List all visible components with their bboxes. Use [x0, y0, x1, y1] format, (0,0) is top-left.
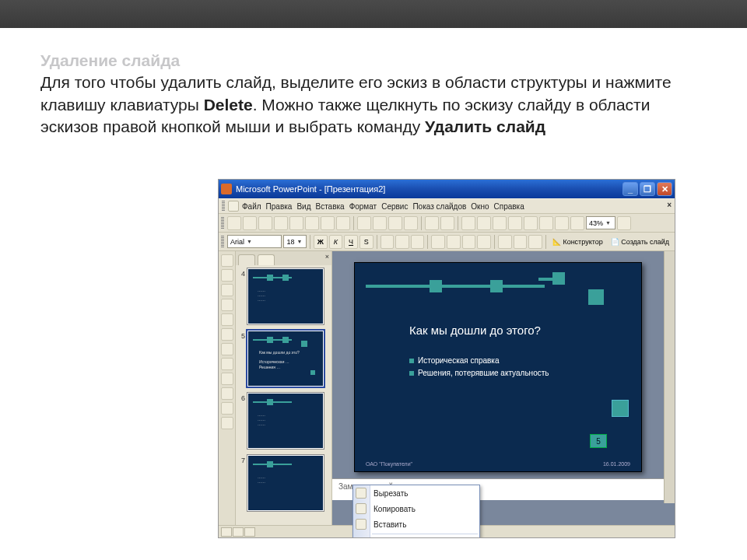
- menu-insert[interactable]: Вставка: [315, 202, 344, 211]
- show-formatting-icon[interactable]: [539, 216, 553, 230]
- new-icon[interactable]: [227, 216, 241, 230]
- design-button[interactable]: 📐 Конструктор: [549, 238, 606, 246]
- zoom-combo[interactable]: 43%▼: [586, 216, 615, 229]
- bold-button[interactable]: Ж: [314, 235, 328, 249]
- slide-bullet[interactable]: Историческая справка: [409, 356, 500, 365]
- tool-icon[interactable]: [221, 284, 233, 296]
- tool-icon[interactable]: [221, 328, 233, 341]
- expand-icon[interactable]: [524, 216, 538, 230]
- help-icon[interactable]: [617, 216, 631, 230]
- open-icon[interactable]: [243, 216, 257, 230]
- ctx-cut[interactable]: Вырезать: [353, 485, 479, 501]
- tool-icon[interactable]: [221, 387, 233, 400]
- bullets-icon[interactable]: [447, 235, 461, 249]
- decor-square: [612, 400, 629, 417]
- save-icon[interactable]: [258, 216, 272, 230]
- tool-icon[interactable]: [221, 358, 233, 370]
- tool-icon[interactable]: [221, 299, 233, 311]
- menu-file[interactable]: Файл: [242, 202, 261, 211]
- menu-slideshow[interactable]: Показ слайдов: [412, 202, 466, 211]
- slide-bullet[interactable]: Решения, потерявшие актуальность: [409, 369, 549, 377]
- underline-button[interactable]: Ч: [344, 235, 358, 249]
- table-icon[interactable]: [477, 216, 491, 230]
- grip-icon[interactable]: [222, 201, 225, 212]
- slide-thumbnail[interactable]: ………………: [247, 268, 324, 324]
- font-color-icon[interactable]: [528, 235, 542, 249]
- outline-tab[interactable]: [238, 254, 255, 265]
- tool-icon[interactable]: [221, 373, 233, 385]
- thumb-row[interactable]: 6 ………………: [237, 393, 330, 449]
- preview-icon[interactable]: [305, 216, 319, 230]
- italic-button[interactable]: К: [329, 235, 343, 249]
- numbering-icon[interactable]: [431, 235, 445, 249]
- ctx-copy[interactable]: Копировать: [353, 501, 479, 516]
- font-combo[interactable]: Arial▼: [227, 235, 282, 248]
- menu-help[interactable]: Справка: [494, 202, 524, 211]
- close-button[interactable]: ✕: [657, 182, 672, 196]
- spell-icon[interactable]: [321, 216, 335, 230]
- tool-icon[interactable]: [221, 313, 233, 326]
- align-left-icon[interactable]: [381, 235, 395, 249]
- redo-icon[interactable]: [440, 216, 454, 230]
- cut-icon[interactable]: [357, 216, 371, 230]
- decrease-indent-icon[interactable]: [498, 235, 512, 249]
- shadow-button[interactable]: S: [359, 235, 374, 249]
- minimize-button[interactable]: _: [622, 182, 638, 196]
- font-value: Arial: [230, 238, 244, 246]
- align-right-icon[interactable]: [411, 235, 425, 249]
- menu-window[interactable]: Окно: [471, 202, 489, 211]
- slide-canvas[interactable]: Как мы дошли до этого? Историческая спра…: [354, 262, 642, 472]
- menu-tools[interactable]: Сервис: [381, 202, 408, 211]
- tables-icon[interactable]: [493, 216, 507, 230]
- ctx-label: Вырезать: [374, 489, 408, 498]
- align-center-icon[interactable]: [395, 235, 409, 249]
- font-size-combo[interactable]: 18▼: [283, 235, 307, 248]
- tool-icon[interactable]: [221, 254, 233, 267]
- thumb-row[interactable]: 4 ………………: [237, 268, 330, 324]
- copy-icon[interactable]: [373, 216, 387, 230]
- hyperlink-icon[interactable]: [508, 216, 522, 230]
- decrease-font-icon[interactable]: [477, 235, 491, 249]
- slides-tab[interactable]: [258, 254, 275, 265]
- slide-thumbnail[interactable]: …………: [247, 455, 324, 511]
- thumb-row[interactable]: 5 Как мы дошли до это? Историческая … Ре…: [237, 331, 330, 387]
- tool-icon[interactable]: [221, 343, 233, 355]
- chart-icon[interactable]: [461, 216, 475, 230]
- tool-icon[interactable]: [221, 417, 233, 429]
- slideshow-view-icon[interactable]: [244, 527, 255, 537]
- menu-view[interactable]: Вид: [296, 202, 310, 211]
- color-icon[interactable]: [570, 216, 584, 230]
- menu-format[interactable]: Формат: [349, 202, 377, 211]
- body-bold-remove: Удалить слайд: [425, 117, 545, 135]
- tool-icon[interactable]: [221, 402, 233, 415]
- paste-icon[interactable]: [388, 216, 402, 230]
- undo-icon[interactable]: [425, 216, 439, 230]
- grip-icon[interactable]: [221, 236, 224, 248]
- slide-thumbnail-selected[interactable]: Как мы дошли до это? Историческая … Реше…: [247, 331, 324, 387]
- scrollbar[interactable]: [664, 251, 675, 503]
- bullet-text: Историческая справка: [418, 356, 500, 365]
- new-slide-button[interactable]: 📄 Создать слайд: [608, 238, 672, 246]
- thumb-row[interactable]: 7 …………: [237, 455, 330, 511]
- print-icon[interactable]: [289, 216, 303, 230]
- increase-indent-icon[interactable]: [514, 235, 528, 249]
- ctx-paste[interactable]: Вставить: [353, 516, 479, 532]
- close-panel-button[interactable]: ×: [325, 253, 329, 261]
- normal-view-icon[interactable]: [221, 527, 232, 537]
- research-icon[interactable]: [336, 216, 350, 230]
- title-bar[interactable]: Microsoft PowerPoint - [Презентация2] _ …: [219, 180, 675, 198]
- format-painter-icon[interactable]: [404, 216, 418, 230]
- tool-icon[interactable]: [221, 269, 233, 282]
- grid-icon[interactable]: [555, 216, 569, 230]
- doc-close-button[interactable]: ×: [667, 201, 672, 209]
- slide-title[interactable]: Как мы дошли до этого?: [409, 324, 541, 337]
- increase-font-icon[interactable]: [462, 235, 476, 249]
- app-menu-icon[interactable]: [228, 201, 239, 212]
- permission-icon[interactable]: [274, 216, 288, 230]
- maximize-button[interactable]: ❐: [640, 182, 655, 196]
- menu-edit[interactable]: Правка: [266, 202, 293, 211]
- separator: [377, 235, 377, 249]
- sorter-view-icon[interactable]: [233, 527, 244, 537]
- slide-thumbnail[interactable]: ………………: [247, 393, 324, 449]
- grip-icon[interactable]: [221, 217, 224, 229]
